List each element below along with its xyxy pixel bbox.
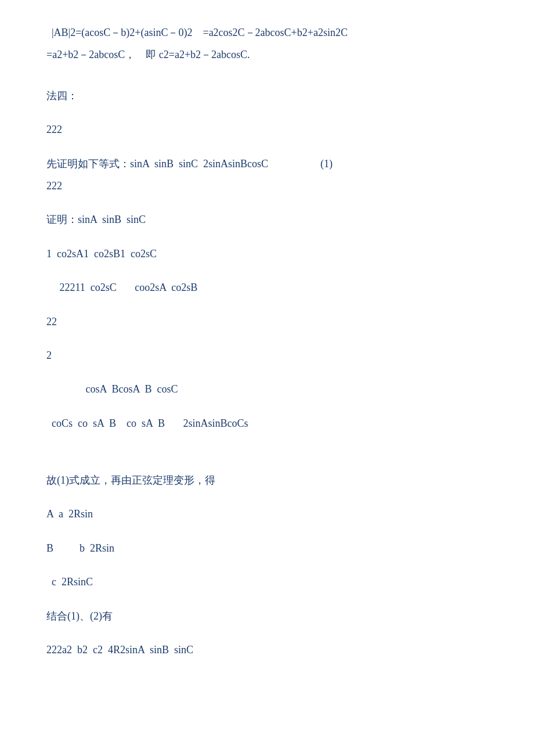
line-c-2RsinC: c 2RsinC xyxy=(46,573,499,591)
gap-13 xyxy=(46,459,499,471)
gap-16 xyxy=(46,561,499,573)
line-combine: 结合(1)、(2)有 xyxy=(46,607,499,625)
gap-12 xyxy=(46,448,499,459)
gap-18 xyxy=(46,629,499,640)
line-cocs: coCs co sA B co sA B 2sinAsinBcoCs xyxy=(46,414,499,433)
line-proof-statement: 先证明如下等式：sinA sinB sinC 2sinAsinBcosC (1) xyxy=(46,154,499,173)
line-expand1: 22211 co2sC coo2sA co2sB xyxy=(46,278,499,297)
line-cosa-b: cosA BcosA B cosC xyxy=(46,380,499,398)
gap-15 xyxy=(46,527,499,539)
line-222-2: 222 xyxy=(46,177,499,195)
line-fa4: 法四： xyxy=(46,87,499,105)
line-gu1-complete: 故(1)式成立，再由正弦定理变形，得 xyxy=(46,471,499,489)
gap-7 xyxy=(46,301,499,312)
line-B-2Rsin: B b 2Rsin xyxy=(46,539,499,557)
gap-8 xyxy=(46,334,499,346)
gap-10 xyxy=(46,402,499,414)
line-222-1: 222 xyxy=(46,120,499,139)
gap-14 xyxy=(46,493,499,505)
gap-2 xyxy=(46,109,499,120)
gap-1 xyxy=(46,75,499,87)
gap-11 xyxy=(46,436,499,448)
line-22: 22 xyxy=(46,312,499,331)
line-result1: =a2+b2－2abcosC， 即 c2=a2+b2－2abcosC. xyxy=(46,45,499,64)
line-2: 2 xyxy=(46,346,499,365)
line-zhengming: 证明：sinA sinB sinC xyxy=(46,210,499,229)
gap-5 xyxy=(46,233,499,244)
gap-17 xyxy=(46,595,499,607)
line-cos-half: 1 co2sA1 co2sB1 co2sC xyxy=(46,244,499,263)
gap-3 xyxy=(46,143,499,154)
gap-6 xyxy=(46,267,499,278)
gap-9 xyxy=(46,368,499,380)
gap-4 xyxy=(46,199,499,210)
line-A-2Rsin: A a 2Rsin xyxy=(46,505,499,523)
line-ab-formula: |AB|2=(acosC－b)2+(asinC－0)2 =a2cos2C－2ab… xyxy=(46,23,499,42)
main-content: |AB|2=(acosC－b)2+(asinC－0)2 =a2cos2C－2ab… xyxy=(46,23,499,659)
line-final-formula: 222a2 b2 c2 4R2sinA sinB sinC xyxy=(46,640,499,659)
